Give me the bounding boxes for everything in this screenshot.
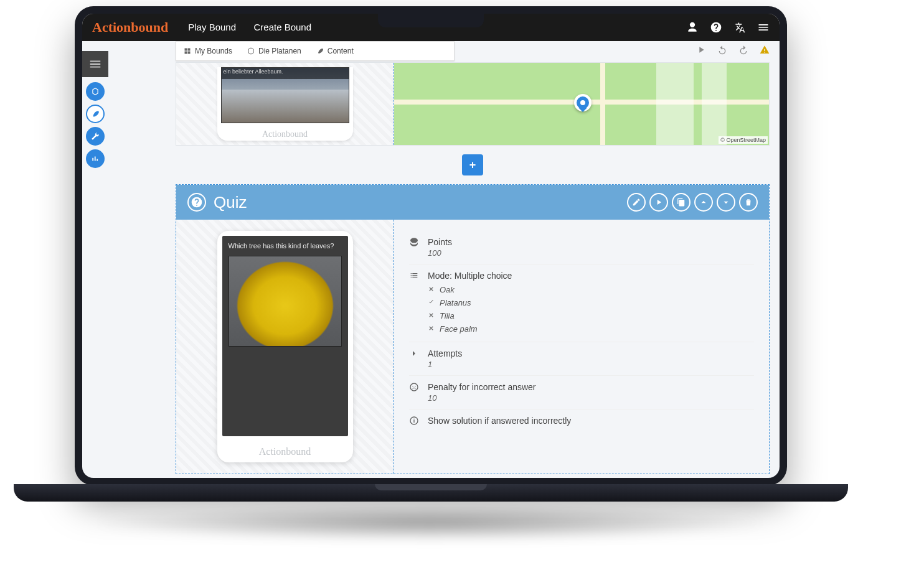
svg-point-0 xyxy=(410,383,418,391)
siderail-bound-icon[interactable] xyxy=(86,82,105,101)
quiz-header: Quiz xyxy=(176,185,769,220)
row-points: Points 100 xyxy=(409,231,754,264)
nav-play-bound[interactable]: Play Bound xyxy=(181,22,243,32)
svg-point-2 xyxy=(415,386,415,386)
language-icon[interactable] xyxy=(733,21,746,34)
phone-brand-label: Actionbound xyxy=(217,129,353,139)
phone-preview: ein beliebter Alleebaum. Actionbound xyxy=(217,67,353,141)
preview-caption: ein beliebter Alleebaum. xyxy=(224,68,283,75)
duplicate-button[interactable] xyxy=(672,193,691,212)
chevron-right-icon xyxy=(409,348,420,360)
attempts-value: 1 xyxy=(428,360,754,369)
content-area: ein beliebter Alleebaum. Actionbound © O… xyxy=(176,41,770,478)
quiz-title: Quiz xyxy=(214,193,247,212)
upper-phone-preview: ein beliebter Alleebaum. Actionbound xyxy=(176,63,394,145)
row-mode: Mode: Multiple choice OakPlatanusTiliaFa… xyxy=(409,264,754,342)
siderail-feather-icon[interactable] xyxy=(86,105,105,123)
mode-label: Mode: Multiple choice xyxy=(428,271,754,281)
move-up-button[interactable] xyxy=(694,193,713,212)
menu-icon[interactable] xyxy=(757,21,770,34)
map-attribution: © OpenStreetMap xyxy=(719,136,768,144)
siderail-wrench-icon[interactable] xyxy=(86,127,105,146)
map-block xyxy=(702,63,727,145)
answer-option: Tilia xyxy=(428,309,754,322)
answer-text: Tilia xyxy=(440,311,455,320)
penalty-label: Penalty for incorrect answer xyxy=(428,382,754,392)
penalty-value: 10 xyxy=(428,393,754,403)
info-icon xyxy=(409,416,420,428)
map-block xyxy=(656,63,694,145)
add-element-button[interactable]: + xyxy=(462,154,483,175)
sad-face-icon xyxy=(409,382,420,394)
svg-point-1 xyxy=(412,386,413,386)
upper-element-card: ein beliebter Alleebaum. Actionbound © O… xyxy=(176,62,770,146)
x-icon xyxy=(428,311,435,320)
sidebar-hamburger[interactable] xyxy=(82,51,108,77)
answer-text: Face palm xyxy=(440,324,478,334)
quiz-card: Quiz Which tree has this ki xyxy=(176,184,770,474)
attempts-label: Attempts xyxy=(428,348,754,358)
quiz-type-icon xyxy=(187,193,206,212)
help-icon[interactable] xyxy=(710,21,722,34)
laptop-notch xyxy=(378,12,484,27)
preview-button[interactable] xyxy=(649,193,668,212)
answer-option: Oak xyxy=(428,283,754,296)
move-down-button[interactable] xyxy=(717,193,735,212)
app-screen: Actionbound Play Bound Create Bound My B… xyxy=(82,14,780,478)
laptop-frame: Actionbound Play Bound Create Bound My B… xyxy=(75,6,787,485)
user-icon[interactable] xyxy=(686,21,699,34)
quiz-image xyxy=(229,256,342,347)
list-icon xyxy=(409,271,420,283)
delete-button[interactable] xyxy=(739,193,758,212)
nav-create-bound[interactable]: Create Bound xyxy=(246,22,319,32)
laptop-base xyxy=(14,484,848,502)
x-icon xyxy=(428,324,435,334)
map-pin-icon[interactable] xyxy=(574,94,592,111)
map-panel[interactable]: © OpenStreetMap xyxy=(394,63,769,145)
show-solution-label: Show solution if answered incorrectly xyxy=(428,416,754,426)
siderail-stats-icon[interactable] xyxy=(86,149,105,168)
answer-option: Platanus xyxy=(428,296,754,309)
points-label: Points xyxy=(428,237,754,247)
quiz-details: Points 100 Mode: Multiple choice OakPlat… xyxy=(394,220,769,474)
answer-option: Face palm xyxy=(428,322,754,335)
phone-brand-label: Actionbound xyxy=(217,446,353,457)
side-rail xyxy=(86,82,105,168)
x-icon xyxy=(428,285,435,294)
phone-frame: Which tree has this kind of leaves? Acti… xyxy=(217,231,353,462)
answer-text: Platanus xyxy=(440,298,471,307)
quiz-phone-preview: Which tree has this kind of leaves? Acti… xyxy=(176,220,394,474)
points-value: 100 xyxy=(428,248,754,258)
row-penalty: Penalty for incorrect answer 10 xyxy=(409,376,754,409)
points-icon xyxy=(409,237,420,249)
row-show-solution: Show solution if answered incorrectly xyxy=(409,409,754,434)
edit-button[interactable] xyxy=(627,193,646,212)
quiz-question-text: Which tree has this kind of leaves? xyxy=(229,242,342,250)
answer-text: Oak xyxy=(440,285,455,294)
brand-logo[interactable]: Actionbound xyxy=(92,19,168,35)
preview-image xyxy=(221,67,349,123)
row-attempts: Attempts 1 xyxy=(409,342,754,376)
check-icon xyxy=(428,298,435,307)
